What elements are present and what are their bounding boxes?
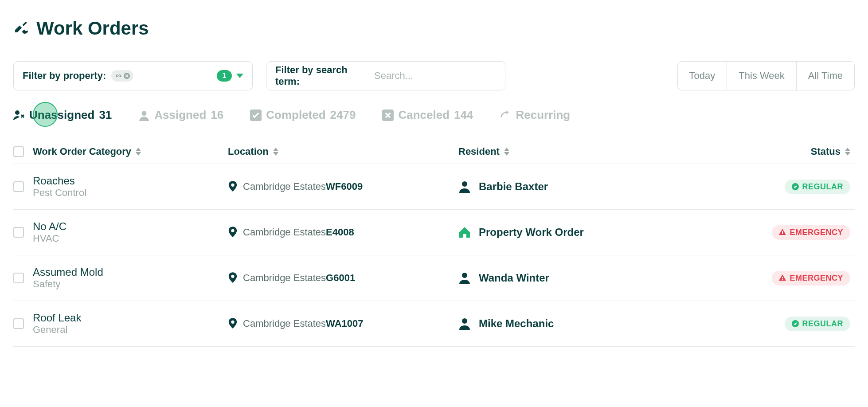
location-code: WF6009 [326, 181, 363, 192]
x-square-icon [382, 110, 394, 121]
resident-cell: Mike Mechanic [458, 317, 636, 330]
tab-label: Recurring [516, 108, 570, 122]
chevron-down-icon[interactable] [236, 74, 243, 78]
col-header-resident[interactable]: Resident [458, 146, 636, 157]
tab-completed[interactable]: Completed 2479 [250, 108, 356, 122]
check-square-icon [250, 110, 262, 121]
check-badge-icon [792, 183, 799, 190]
filter-by-search[interactable]: Filter by search term: [266, 61, 505, 90]
sort-icon[interactable] [845, 148, 850, 156]
table-header: Work Order Category Location Resident St… [13, 140, 855, 164]
time-this-week-button[interactable]: This Week [727, 62, 796, 90]
tab-assigned[interactable]: Assigned 16 [138, 108, 223, 122]
location-name: Cambridge Estates [243, 318, 326, 329]
recurring-icon [500, 110, 511, 121]
tab-count: 31 [99, 108, 112, 122]
location-name: Cambridge Estates [243, 181, 326, 192]
work-order-category: Safety [33, 278, 228, 290]
search-input[interactable] [374, 70, 496, 82]
location-code: E4008 [326, 227, 354, 238]
work-order-category: General [33, 324, 228, 336]
status-text: REGULAR [802, 319, 844, 329]
col-header-category[interactable]: Work Order Category [33, 146, 228, 157]
location-name: Cambridge Estates [243, 227, 326, 238]
status-tabs: Unassigned 31 Assigned 16 Completed 2479… [13, 108, 855, 122]
col-header-label: Status [811, 146, 841, 157]
status-text: REGULAR [802, 182, 844, 192]
page-header: Work Orders [13, 18, 855, 39]
resident-name: Barbie Baxter [479, 180, 548, 193]
filter-by-property[interactable]: Filter by property: 1 [13, 61, 253, 90]
resident-name: Mike Mechanic [479, 317, 554, 330]
check-badge-icon [792, 320, 799, 327]
status-badge: EMERGENCY [772, 271, 850, 286]
user-icon [138, 110, 150, 121]
col-header-label: Work Order Category [33, 146, 131, 157]
tools-icon [13, 20, 29, 36]
table-row[interactable]: Roof Leak General Cambridge EstatesWA100… [13, 301, 855, 347]
link-icon [115, 73, 121, 79]
select-all-checkbox[interactable] [13, 146, 24, 157]
tab-canceled[interactable]: Canceled 144 [382, 108, 473, 122]
work-orders-table: Work Order Category Location Resident St… [13, 140, 855, 347]
row-checkbox[interactable] [13, 273, 24, 283]
location-name: Cambridge Estates [243, 272, 326, 283]
row-checkbox[interactable] [13, 318, 24, 329]
work-order-title: Roof Leak [33, 312, 228, 324]
status-text: EMERGENCY [790, 274, 843, 283]
row-checkbox[interactable] [13, 227, 24, 238]
filter-search-label: Filter by search term: [275, 64, 367, 87]
pin-icon [228, 227, 238, 238]
sort-icon[interactable] [504, 148, 509, 156]
tab-recurring[interactable]: Recurring [500, 108, 570, 122]
work-order-title: Assumed Mold [33, 266, 228, 278]
sort-icon[interactable] [273, 148, 278, 156]
tab-label: Unassigned [29, 108, 94, 122]
house-icon [458, 226, 471, 239]
resident-cell: Property Work Order [458, 226, 636, 239]
time-range-toggle: Today This Week All Time [677, 61, 855, 90]
person-icon [458, 180, 471, 193]
col-header-location[interactable]: Location [228, 146, 458, 157]
status-badge: REGULAR [785, 317, 851, 331]
tab-count: 144 [454, 108, 473, 122]
location-cell: Cambridge EstatesG6001 [228, 272, 458, 284]
row-checkbox[interactable] [13, 181, 24, 192]
property-chip[interactable] [111, 70, 133, 82]
tab-label: Assigned [154, 108, 206, 122]
person-icon [458, 317, 471, 330]
tab-unassigned[interactable]: Unassigned 31 [13, 108, 112, 122]
status-badge: EMERGENCY [772, 225, 850, 240]
table-row[interactable]: Roaches Pest Control Cambridge EstatesWF… [13, 164, 855, 210]
work-order-category: Pest Control [33, 187, 228, 199]
location-code: G6001 [326, 272, 355, 283]
resident-cell: Barbie Baxter [458, 180, 636, 193]
col-header-status[interactable]: Status [636, 146, 855, 157]
tab-label: Canceled [398, 108, 450, 122]
time-all-time-button[interactable]: All Time [796, 62, 854, 90]
page-title: Work Orders [36, 18, 149, 39]
tab-count: 16 [211, 108, 223, 122]
pin-icon [228, 272, 238, 284]
pin-icon [228, 318, 238, 329]
person-icon [458, 272, 471, 284]
filter-property-label: Filter by property: [23, 70, 106, 82]
filters-row: Filter by property: 1 Filter by search t… [13, 61, 855, 90]
time-today-button[interactable]: Today [678, 62, 727, 90]
resident-cell: Wanda Winter [458, 272, 636, 284]
work-order-category: HVAC [33, 233, 228, 244]
resident-name: Wanda Winter [479, 272, 549, 284]
work-order-title: No A/C [33, 220, 228, 233]
sort-icon[interactable] [136, 148, 141, 156]
col-header-label: Resident [458, 146, 500, 157]
location-cell: Cambridge EstatesWA1007 [228, 318, 458, 329]
tab-count: 2479 [330, 108, 356, 122]
location-cell: Cambridge EstatesWF6009 [228, 181, 458, 192]
close-icon[interactable] [124, 73, 130, 79]
table-row[interactable]: No A/C HVAC Cambridge EstatesE4008 Prope… [13, 210, 855, 255]
table-row[interactable]: Assumed Mold Safety Cambridge EstatesG60… [13, 255, 855, 301]
location-code: WA1007 [326, 318, 363, 329]
resident-name: Property Work Order [479, 226, 584, 239]
tab-label: Completed [266, 108, 325, 122]
col-header-label: Location [228, 146, 269, 157]
